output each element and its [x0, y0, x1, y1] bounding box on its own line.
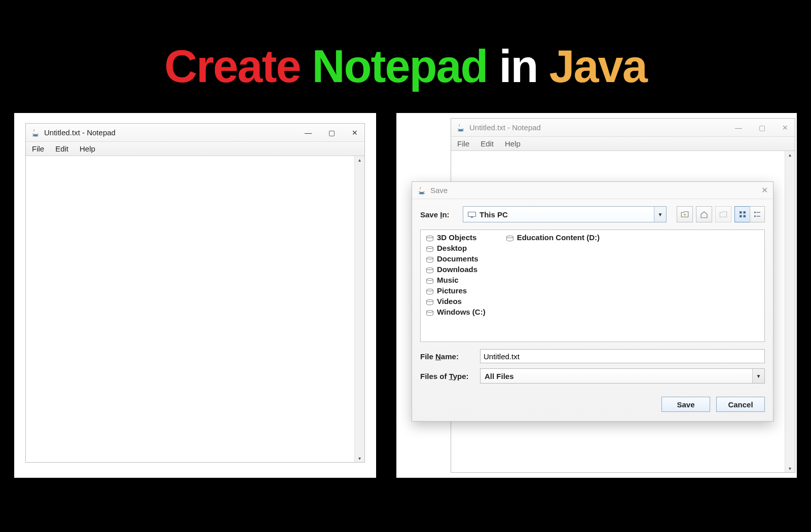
scroll-up-icon[interactable]: ▴ [785, 152, 795, 158]
left-panel: Untitled.txt - Notepad — ▢ ✕ File Edit H… [14, 113, 376, 478]
svg-rect-8 [743, 215, 746, 218]
heading-word-3: in [499, 41, 537, 92]
page-title: Create Notepad in Java [0, 0, 811, 113]
scroll-up-icon[interactable]: ▴ [355, 157, 364, 163]
list-item[interactable]: Music [426, 276, 486, 284]
svg-point-16 [427, 268, 433, 270]
up-folder-button[interactable] [677, 206, 693, 222]
heading-word-1: Create [164, 41, 300, 92]
new-folder-button [715, 206, 731, 222]
drive-icon [426, 277, 434, 283]
menu-file[interactable]: File [30, 143, 46, 154]
svg-point-21 [506, 236, 513, 238]
menubar: File Edit Help [26, 142, 364, 156]
list-view-button[interactable] [734, 206, 750, 222]
menu-file[interactable]: File [455, 138, 471, 149]
drive-icon [426, 256, 434, 262]
titlebar[interactable]: Untitled.txt - Notepad — ▢ ✕ [26, 124, 364, 142]
window-title: Untitled.txt - Notepad [44, 128, 116, 137]
svg-rect-3 [468, 212, 476, 216]
file-name-input[interactable] [480, 349, 765, 363]
drive-icon [506, 235, 514, 241]
svg-point-15 [427, 257, 433, 259]
java-icon [417, 186, 426, 195]
drive-icon [426, 309, 434, 315]
file-type-label: Files of Type: [420, 372, 475, 381]
menu-edit[interactable]: Edit [478, 138, 496, 149]
svg-rect-5 [740, 211, 742, 214]
java-icon [31, 128, 40, 137]
scroll-down-icon[interactable]: ▾ [355, 455, 364, 461]
list-item[interactable]: Downloads [426, 265, 486, 274]
right-panel: Untitled.txt - Notepad — ▢ ✕ File Edit H… [396, 113, 797, 478]
save-button[interactable]: Save [661, 397, 710, 412]
heading-word-2: Notepad [312, 41, 487, 92]
details-view-button[interactable] [750, 206, 765, 222]
scroll-down-icon[interactable]: ▾ [785, 466, 795, 471]
svg-rect-9 [754, 212, 756, 213]
dialog-titlebar[interactable]: Save ✕ [412, 182, 773, 199]
save-in-value: This PC [480, 210, 654, 219]
file-column-2: Education Content (D:) [506, 233, 600, 338]
list-item[interactable]: Desktop [426, 244, 486, 252]
chevron-down-icon[interactable]: ▼ [654, 207, 666, 222]
maximize-button[interactable]: ▢ [757, 124, 766, 132]
notepad-window-left: Untitled.txt - Notepad — ▢ ✕ File Edit H… [25, 123, 365, 463]
file-type-select[interactable]: All Files ▼ [480, 368, 765, 384]
menu-help[interactable]: Help [503, 138, 523, 149]
file-type-value: All Files [485, 372, 514, 381]
close-button[interactable]: ✕ [781, 124, 790, 132]
list-item[interactable]: 3D Objects [426, 233, 486, 242]
titlebar[interactable]: Untitled.txt - Notepad — ▢ ✕ [451, 119, 795, 137]
computer-icon [467, 211, 476, 218]
drive-icon [426, 288, 434, 294]
chevron-down-icon[interactable]: ▼ [752, 369, 764, 383]
file-list[interactable]: 3D Objects Desktop Documents Downloads M… [420, 230, 765, 342]
save-in-combo[interactable]: This PC ▼ [463, 206, 667, 222]
svg-point-1 [458, 130, 464, 131]
drive-icon [426, 245, 434, 251]
vertical-scrollbar[interactable]: ▴ ▾ [785, 151, 795, 472]
menubar: File Edit Help [451, 137, 795, 151]
window-title: Untitled.txt - Notepad [469, 123, 541, 132]
save-dialog: Save ✕ Save In: This PC ▼ [412, 181, 773, 422]
heading-word-4: Java [549, 41, 646, 92]
svg-point-20 [427, 311, 433, 313]
file-column-1: 3D Objects Desktop Documents Downloads M… [426, 233, 486, 338]
svg-rect-11 [754, 215, 756, 217]
list-item[interactable]: Documents [426, 254, 486, 263]
minimize-button[interactable]: — [734, 124, 743, 132]
svg-point-13 [427, 236, 433, 238]
list-item[interactable]: Pictures [426, 286, 486, 295]
close-button[interactable]: ✕ [350, 129, 359, 137]
svg-rect-4 [471, 216, 473, 217]
list-item[interactable]: Education Content (D:) [506, 233, 600, 242]
file-name-label: File Name: [420, 352, 475, 361]
menu-help[interactable]: Help [78, 143, 97, 154]
svg-point-0 [32, 135, 39, 136]
minimize-button[interactable]: — [304, 129, 313, 137]
svg-point-17 [427, 279, 433, 281]
vertical-scrollbar[interactable]: ▴ ▾ [354, 156, 364, 462]
svg-rect-6 [743, 211, 746, 214]
drive-icon [426, 298, 434, 305]
svg-point-19 [427, 300, 433, 302]
svg-point-18 [427, 289, 433, 291]
dialog-close-button[interactable]: ✕ [761, 185, 768, 195]
maximize-button[interactable]: ▢ [327, 129, 336, 137]
cancel-button[interactable]: Cancel [716, 397, 765, 412]
home-button[interactable] [696, 206, 712, 222]
svg-point-2 [419, 193, 425, 194]
list-item[interactable]: Windows (C:) [426, 308, 486, 316]
svg-rect-12 [757, 216, 761, 217]
svg-rect-7 [740, 215, 742, 218]
java-icon [456, 123, 465, 132]
list-item[interactable]: Videos [426, 297, 486, 306]
svg-rect-10 [757, 212, 761, 213]
drive-icon [426, 267, 434, 273]
menu-edit[interactable]: Edit [53, 143, 70, 154]
text-editor[interactable] [26, 156, 354, 462]
drive-icon [426, 235, 434, 241]
save-in-label: Save In: [420, 210, 458, 219]
dialog-title: Save [430, 186, 448, 195]
